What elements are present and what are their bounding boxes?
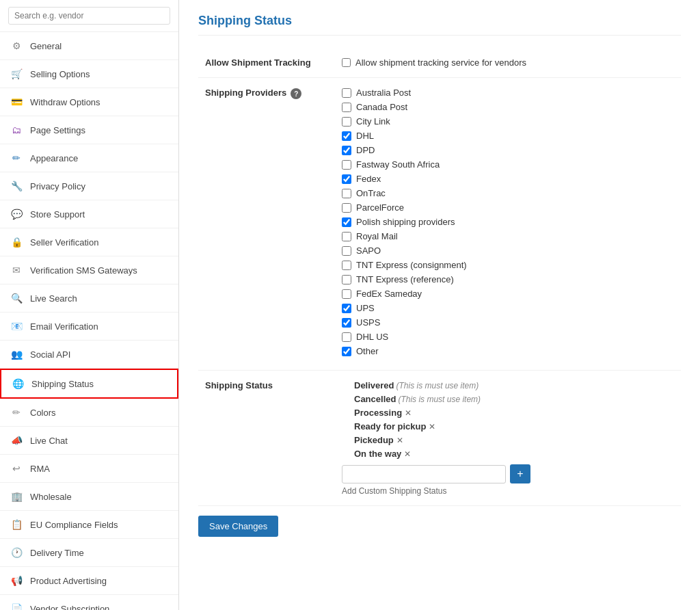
shipping-providers-label: Shipping Providers ? (198, 78, 335, 371)
provider-checkbox-australia-post[interactable] (342, 88, 351, 98)
sidebar-search-input[interactable] (8, 7, 170, 25)
sidebar-item-delivery-time[interactable]: 🕐 Delivery Time (0, 539, 178, 567)
provider-checkbox-dpd[interactable] (342, 146, 351, 155)
status-remove-processing[interactable]: ✕ (405, 408, 412, 418)
page-title: Shipping Status (198, 14, 681, 36)
provider-row-polish-shipping: Polish shipping providers (342, 217, 674, 227)
sidebar-item-label-appearance: Appearance (30, 153, 78, 163)
shipping-status-label: Shipping Status (198, 371, 335, 506)
provider-checkbox-polish-shipping[interactable] (342, 217, 351, 227)
status-remove-pickedup[interactable]: ✕ (396, 436, 403, 445)
provider-row-royal-mail: Royal Mail (342, 231, 674, 241)
sidebar-item-live-search[interactable]: 🔍 Live Search (0, 284, 178, 313)
provider-row-other: Other (342, 346, 674, 356)
provider-checkbox-fedex-sameday[interactable] (342, 289, 351, 299)
sidebar-item-eu-compliance[interactable]: 📋 EU Compliance Fields (0, 511, 178, 539)
sidebar-item-withdraw-options[interactable]: 💳 Withdraw Options (0, 88, 178, 116)
provider-label-tnt-consignment: TNT Express (consignment) (356, 260, 467, 270)
sidebar-item-product-advertising[interactable]: 📢 Product Advertising (0, 567, 178, 595)
sidebar-item-social-api[interactable]: 👥 Social API (0, 341, 178, 369)
withdraw-options-icon: 💳 (10, 95, 23, 109)
provider-checkbox-dhl-us[interactable] (342, 332, 351, 342)
providers-help-icon[interactable]: ? (291, 88, 301, 99)
status-remove-on-the-way[interactable]: ✕ (404, 449, 411, 459)
provider-checkbox-canada-post[interactable] (342, 103, 351, 112)
shipping-status-row: Shipping Status Delivered(This is must u… (198, 371, 681, 506)
provider-checkbox-tnt-consignment[interactable] (342, 261, 351, 270)
sidebar-item-privacy-policy[interactable]: 🔧 Privacy Policy (0, 172, 178, 200)
save-button[interactable]: Save Changes (198, 516, 278, 537)
sidebar-item-live-chat[interactable]: 📣 Live Chat (0, 427, 178, 455)
provider-label-canada-post: Canada Post (356, 102, 407, 112)
sidebar-item-page-settings[interactable]: 🗂 Page Settings (0, 116, 178, 144)
sidebar-item-selling-options[interactable]: 🛒 Selling Options (0, 60, 178, 88)
store-support-icon: 💬 (10, 207, 23, 221)
sidebar-item-label-privacy-policy: Privacy Policy (30, 181, 85, 191)
sidebar-item-verification-sms[interactable]: ✉ Verification SMS Gateways (0, 256, 178, 284)
sidebar-item-shipping-status[interactable]: 🌐 Shipping Status (0, 369, 178, 399)
eu-compliance-icon: 📋 (10, 518, 23, 531)
sidebar-item-label-verification-sms: Verification SMS Gateways (30, 265, 137, 276)
custom-status-row: + (342, 464, 674, 483)
provider-checkbox-ups[interactable] (342, 304, 351, 313)
status-remove-ready-for-pickup[interactable]: ✕ (429, 422, 435, 432)
live-chat-icon: 📣 (10, 434, 23, 447)
sidebar-item-store-support[interactable]: 💬 Store Support (0, 200, 178, 228)
provider-row-fedex: Fedex (342, 174, 674, 184)
shipping-status-field: Delivered(This is must use item)Cancelle… (335, 371, 681, 506)
provider-row-fastway-south-africa: Fastway South Africa (342, 159, 674, 170)
allow-shipment-field: Allow shipment tracking service for vend… (335, 48, 681, 78)
provider-checkbox-fastway-south-africa[interactable] (342, 160, 351, 170)
sidebar-item-label-selling-options: Selling Options (30, 69, 90, 79)
sidebar-item-seller-verification[interactable]: 🔒 Seller Verification (0, 228, 178, 256)
provider-label-polish-shipping: Polish shipping providers (356, 217, 455, 227)
status-list: Delivered(This is must use item)Cancelle… (342, 380, 674, 459)
status-text-pickedup: Pickedup✕ (354, 435, 403, 445)
allow-shipment-label: Allow Shipment Tracking (198, 48, 335, 78)
rma-icon: ↩ (10, 462, 23, 475)
provider-checkbox-ontrac[interactable] (342, 189, 351, 198)
sidebar-item-label-page-settings: Page Settings (30, 125, 85, 135)
provider-label-fedex: Fedex (356, 174, 381, 184)
provider-checkbox-fedex[interactable] (342, 174, 351, 184)
provider-checkbox-other[interactable] (342, 347, 351, 356)
sidebar-item-rma[interactable]: ↩ RMA (0, 455, 178, 483)
provider-checkbox-tnt-reference[interactable] (342, 275, 351, 284)
provider-row-tnt-reference: TNT Express (reference) (342, 274, 674, 284)
provider-row-fedex-sameday: FedEx Sameday (342, 289, 674, 299)
status-text-on-the-way: On the way✕ (354, 449, 411, 459)
sidebar-item-appearance[interactable]: ✏ Appearance (0, 144, 178, 172)
provider-checkbox-usps[interactable] (342, 318, 351, 328)
sidebar-item-label-social-api: Social API (30, 349, 70, 360)
sidebar-item-email-verification[interactable]: 📧 Email Verification (0, 313, 178, 341)
appearance-icon: ✏ (10, 151, 23, 165)
provider-row-parcelforce: ParcelForce (342, 202, 674, 213)
provider-checkbox-city-link[interactable] (342, 117, 351, 127)
provider-label-ontrac: OnTrac (356, 188, 386, 198)
provider-row-australia-post: Australia Post (342, 88, 674, 98)
provider-checkbox-parcelforce[interactable] (342, 203, 351, 213)
allow-shipment-checkbox[interactable] (342, 58, 351, 67)
social-api-icon: 👥 (10, 347, 23, 361)
provider-row-dhl-us: DHL US (342, 332, 674, 342)
status-item-on-the-way: On the way✕ (354, 449, 674, 459)
provider-row-canada-post: Canada Post (342, 102, 674, 112)
status-text-processing: Processing✕ (354, 408, 412, 418)
provider-label-city-link: City Link (356, 116, 390, 127)
custom-status-input[interactable] (342, 465, 506, 483)
sidebar-item-wholesale[interactable]: 🏢 Wholesale (0, 483, 178, 511)
add-status-button[interactable]: + (510, 464, 530, 483)
sidebar-item-vendor-subscription[interactable]: 📄 Vendor Subscription (0, 595, 178, 610)
provider-checkbox-royal-mail[interactable] (342, 232, 351, 241)
product-advertising-icon: 📢 (10, 574, 23, 587)
provider-checkbox-sapo[interactable] (342, 246, 351, 256)
status-item-cancelled: Cancelled(This is must use item) (354, 394, 674, 404)
sidebar: ⚙ General 🛒 Selling Options 💳 Withdraw O… (0, 0, 179, 610)
page-settings-icon: 🗂 (10, 123, 23, 137)
provider-checkbox-dhl[interactable] (342, 131, 351, 141)
status-item-ready-for-pickup: Ready for pickup✕ (354, 421, 674, 432)
shipping-providers-checkboxes: Australia Post Canada Post City Link DHL… (335, 78, 681, 371)
sidebar-item-colors[interactable]: ✏ Colors (0, 399, 178, 427)
sidebar-item-general[interactable]: ⚙ General (0, 32, 178, 60)
provider-label-dpd: DPD (356, 145, 375, 155)
